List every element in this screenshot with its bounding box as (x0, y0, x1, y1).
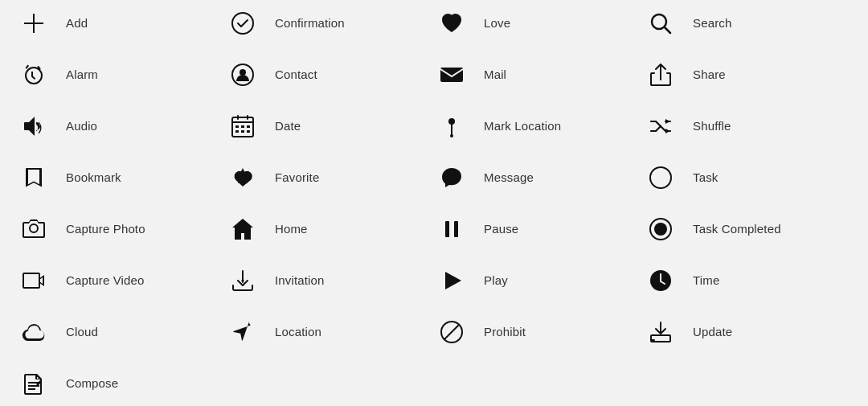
pause-icon (434, 211, 469, 247)
item-mail: Mail (434, 49, 643, 100)
prohibit-label: Prohibit (484, 325, 526, 338)
home-label: Home (275, 222, 308, 236)
item-capture-video: Capture Video (16, 255, 225, 306)
svg-rect-14 (454, 221, 458, 237)
alarm-label: Alarm (66, 68, 98, 81)
capture-photo-label: Capture Photo (66, 222, 145, 236)
item-alarm: Alarm (16, 49, 225, 100)
task-completed-icon (643, 211, 678, 247)
capture-video-icon (16, 263, 51, 298)
task-icon (643, 160, 678, 195)
location-icon (225, 314, 260, 350)
item-favorite: Favorite (225, 152, 434, 203)
bookmark-label: Bookmark (66, 170, 121, 184)
column-1: Add Alarm Audio (16, 0, 225, 406)
svg-rect-7 (235, 130, 239, 133)
alarm-icon (16, 57, 51, 92)
favorite-label: Favorite (275, 170, 319, 184)
mail-label: Mail (484, 68, 506, 81)
item-confirmation: Confirmation (225, 0, 434, 49)
love-icon (434, 6, 469, 41)
confirmation-label: Confirmation (275, 16, 345, 30)
favorite-icon (225, 160, 260, 195)
mark-location-label: Mark Location (484, 119, 561, 133)
confirmation-icon (225, 6, 260, 41)
love-label: Love (484, 16, 510, 30)
svg-point-12 (450, 134, 453, 137)
share-label: Share (693, 68, 726, 81)
audio-label: Audio (66, 119, 97, 133)
item-audio: Audio (16, 100, 225, 152)
capture-photo-icon (16, 211, 51, 247)
item-date: Date (225, 100, 434, 152)
item-message: Message (434, 152, 643, 203)
share-icon (643, 57, 678, 92)
item-capture-photo: Capture Photo (16, 203, 225, 255)
svg-rect-13 (445, 221, 449, 237)
item-invitation: Invitation (225, 255, 434, 306)
svg-rect-8 (241, 130, 244, 133)
item-add: Add (16, 0, 225, 49)
invitation-icon (225, 263, 260, 298)
play-icon (434, 263, 469, 298)
compose-icon (16, 366, 51, 401)
icon-grid: Add Alarm Audio (0, 0, 868, 406)
item-update: Update (643, 306, 852, 358)
svg-line-16 (444, 325, 459, 339)
item-shuffle: Shuffle (643, 100, 852, 152)
item-mark-location: Mark Location (434, 100, 643, 152)
column-4: Search Share Shuffle (643, 0, 852, 406)
svg-rect-4 (235, 125, 239, 128)
add-label: Add (66, 16, 88, 30)
item-love: Love (434, 0, 643, 49)
svg-rect-5 (241, 125, 244, 128)
update-icon (643, 314, 678, 350)
item-prohibit: Prohibit (434, 306, 643, 358)
svg-point-21 (654, 223, 667, 236)
column-2: Confirmation Contact (225, 0, 434, 406)
mark-location-icon (434, 109, 469, 144)
pause-label: Pause (484, 222, 518, 236)
svg-point-2 (240, 69, 246, 76)
contact-label: Contact (275, 68, 317, 81)
update-label: Update (693, 325, 732, 338)
svg-rect-9 (247, 130, 250, 133)
add-icon (16, 6, 51, 41)
item-compose: Compose (16, 358, 225, 407)
item-task-completed: Task Completed (643, 203, 852, 255)
item-home: Home (225, 203, 434, 255)
home-icon (225, 211, 260, 247)
shuffle-label: Shuffle (693, 119, 731, 133)
column-3: Love Mail Mark Location (434, 0, 643, 406)
svg-point-0 (232, 13, 253, 34)
item-time: Time (643, 255, 852, 306)
mail-icon (434, 57, 469, 92)
svg-line-18 (665, 27, 670, 33)
item-bookmark: Bookmark (16, 152, 225, 203)
item-search: Search (643, 0, 852, 49)
item-share: Share (643, 49, 852, 100)
svg-point-11 (448, 118, 455, 125)
message-icon (434, 160, 469, 195)
compose-label: Compose (66, 376, 118, 390)
cloud-icon (16, 314, 51, 350)
task-label: Task (693, 170, 718, 184)
capture-video-label: Capture Video (66, 273, 145, 287)
shuffle-icon (643, 109, 678, 144)
prohibit-icon (434, 314, 469, 350)
time-label: Time (693, 273, 719, 287)
item-location: Location (225, 306, 434, 358)
message-label: Message (484, 170, 534, 184)
item-play: Play (434, 255, 643, 306)
contact-icon (225, 57, 260, 92)
date-icon (225, 109, 260, 144)
bookmark-icon (16, 160, 51, 195)
svg-rect-6 (247, 125, 250, 128)
time-icon (643, 263, 678, 298)
date-label: Date (275, 119, 301, 133)
location-label: Location (275, 325, 321, 338)
audio-icon (16, 109, 51, 144)
play-label: Play (484, 273, 508, 287)
svg-point-19 (650, 167, 671, 188)
invitation-label: Invitation (275, 273, 325, 287)
